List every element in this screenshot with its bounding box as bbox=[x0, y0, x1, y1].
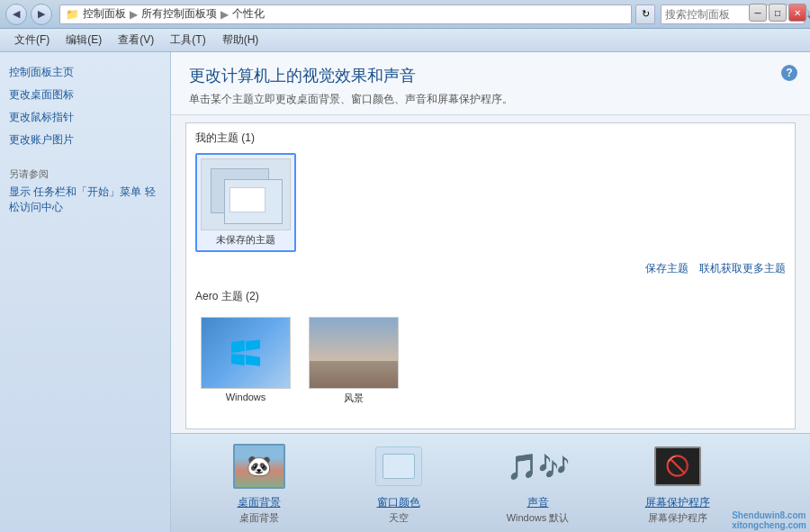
aero-theme-windows[interactable]: Windows bbox=[195, 311, 296, 410]
title-bar: ◀ ▶ 📁 控制面板 ▶ 所有控制面板项 ▶ 个性化 ↻ 🔍 ─ □ ✕ bbox=[0, 0, 810, 29]
close-button[interactable]: ✕ bbox=[788, 4, 806, 22]
aero-theme-landscape-name: 风景 bbox=[344, 392, 364, 405]
also-see-title: 另请参阅 bbox=[9, 167, 161, 181]
aero-themes-label: Aero 主题 (2) bbox=[186, 282, 795, 308]
wincolor-sublabel: 天空 bbox=[389, 511, 409, 525]
get-more-link[interactable]: 联机获取更多主题 bbox=[699, 261, 786, 276]
sidebar-item-home[interactable]: 控制面板主页 bbox=[9, 63, 161, 82]
menu-file[interactable]: 文件(F) bbox=[7, 30, 57, 50]
screensaver-icon-container bbox=[651, 441, 705, 491]
address-sep1: ▶ bbox=[130, 8, 138, 21]
wincolor-inner bbox=[382, 454, 415, 479]
wallpaper-icon: 🐼 bbox=[233, 444, 285, 489]
screensaver-sublabel: 屏幕保护程序 bbox=[648, 511, 707, 525]
save-theme-link[interactable]: 保存主题 bbox=[645, 261, 688, 276]
save-bar-inner: 保存主题 联机获取更多主题 bbox=[186, 259, 795, 282]
address-part1: 控制面板 bbox=[83, 6, 126, 22]
also-see-section: 另请参阅 显示 任务栏和「开始」菜单 轻松访问中心 bbox=[9, 167, 161, 215]
restore-button[interactable]: □ bbox=[769, 4, 787, 22]
aero-theme-windows-name: Windows bbox=[226, 392, 266, 402]
nav-buttons: ◀ ▶ bbox=[5, 4, 52, 25]
menu-view[interactable]: 查看(V) bbox=[111, 30, 161, 50]
screensaver-icon bbox=[654, 446, 701, 486]
sidebar-item-display[interactable]: 显示 bbox=[9, 184, 31, 200]
unsaved-theme-name: 未保存的主题 bbox=[216, 233, 275, 247]
sidebar-item-taskbar[interactable]: 任务栏和「开始」菜单 bbox=[33, 184, 141, 200]
watermark: Shenduwin8.com xitongcheng.com bbox=[732, 510, 806, 530]
wincolor-icon-container bbox=[372, 441, 426, 491]
window-controls: ─ □ ✕ bbox=[749, 4, 806, 22]
sidebar-item-mouse-cursor[interactable]: 更改鼠标指针 bbox=[9, 108, 161, 127]
wallpaper-sublabel: 桌面背景 bbox=[239, 511, 279, 525]
wallpaper-label[interactable]: 桌面背景 bbox=[238, 495, 281, 510]
address-part3: 个性化 bbox=[232, 6, 265, 22]
sound-sublabel: Windows 默认 bbox=[507, 511, 570, 525]
wallpaper-thumbnail: 🐼 bbox=[232, 441, 286, 491]
windows-logo-icon bbox=[231, 338, 260, 367]
folder-icon: 📁 bbox=[66, 8, 79, 21]
sound-icon: 🎵🎶 bbox=[507, 452, 570, 482]
content-area: 更改计算机上的视觉效果和声音 单击某个主题立即更改桌面背景、窗口颜色、声音和屏幕… bbox=[171, 52, 810, 532]
my-themes-grid: 未保存的主题 bbox=[186, 149, 795, 259]
wincolor-label[interactable]: 窗口颜色 bbox=[377, 495, 420, 510]
bear-icon: 🐼 bbox=[247, 455, 271, 478]
bottom-toolbar: 🐼 桌面背景 桌面背景 窗口颜色 天空 🎵🎶 bbox=[171, 433, 810, 532]
sidebar-item-account-picture[interactable]: 更改账户图片 bbox=[9, 131, 161, 149]
content-header: 更改计算机上的视觉效果和声音 单击某个主题立即更改桌面背景、窗口颜色、声音和屏幕… bbox=[171, 52, 810, 115]
refresh-button[interactable]: ↻ bbox=[635, 5, 655, 24]
window-front-inner bbox=[230, 187, 266, 212]
bottom-item-sound[interactable]: 🎵🎶 声音 Windows 默认 bbox=[468, 434, 608, 532]
theme-panel[interactable]: 我的主题 (1) 未保存的主题 保存主题 bbox=[185, 122, 796, 429]
address-part2: 所有控制面板项 bbox=[141, 6, 217, 22]
aero-theme-windows-thumbnail bbox=[201, 317, 291, 389]
unsaved-theme-item[interactable]: 未保存的主题 bbox=[195, 153, 296, 252]
theme-area: 我的主题 (1) 未保存的主题 保存主题 bbox=[171, 115, 810, 433]
main-container: 控制面板主页 更改桌面图标 更改鼠标指针 更改账户图片 另请参阅 显示 任务栏和… bbox=[0, 52, 810, 532]
sidebar-item-desktop-icons[interactable]: 更改桌面图标 bbox=[9, 86, 161, 104]
back-button[interactable]: ◀ bbox=[5, 4, 27, 25]
bottom-item-wincolor[interactable]: 窗口颜色 天空 bbox=[328, 434, 468, 532]
bottom-item-wallpaper[interactable]: 🐼 桌面背景 桌面背景 bbox=[189, 434, 328, 532]
my-themes-label: 我的主题 (1) bbox=[186, 123, 795, 149]
window-front bbox=[224, 179, 283, 224]
menu-help[interactable]: 帮助(H) bbox=[215, 30, 266, 50]
aero-theme-landscape-thumbnail bbox=[309, 317, 399, 389]
address-bar[interactable]: 📁 控制面板 ▶ 所有控制面板项 ▶ 个性化 bbox=[59, 5, 632, 24]
page-title: 更改计算机上的视觉效果和声音 bbox=[189, 65, 792, 86]
address-sep2: ▶ bbox=[220, 8, 229, 21]
minimize-button[interactable]: ─ bbox=[749, 4, 767, 22]
bottom-item-screensaver[interactable]: 屏幕保护程序 屏幕保护程序 bbox=[608, 434, 747, 532]
menu-edit[interactable]: 编辑(E) bbox=[58, 30, 109, 50]
help-icon[interactable]: ? bbox=[781, 65, 797, 81]
content-description: 单击某个主题立即更改桌面背景、窗口颜色、声音和屏幕保护程序。 bbox=[189, 92, 792, 107]
unsaved-theme-thumbnail bbox=[201, 158, 291, 230]
menu-tools[interactable]: 工具(T) bbox=[163, 30, 212, 50]
forward-button[interactable]: ▶ bbox=[31, 4, 52, 25]
wincolor-icon bbox=[375, 446, 422, 486]
sound-label[interactable]: 声音 bbox=[527, 495, 549, 510]
aero-themes-grid: Windows 风景 bbox=[186, 308, 795, 418]
menu-bar: 文件(F) 编辑(E) 查看(V) 工具(T) 帮助(H) bbox=[0, 29, 810, 52]
sound-icon-container: 🎵🎶 bbox=[511, 441, 565, 491]
sidebar: 控制面板主页 更改桌面图标 更改鼠标指针 更改账户图片 另请参阅 显示 任务栏和… bbox=[0, 52, 171, 532]
screensaver-label[interactable]: 屏幕保护程序 bbox=[645, 495, 710, 510]
aero-theme-landscape[interactable]: 风景 bbox=[303, 311, 404, 410]
